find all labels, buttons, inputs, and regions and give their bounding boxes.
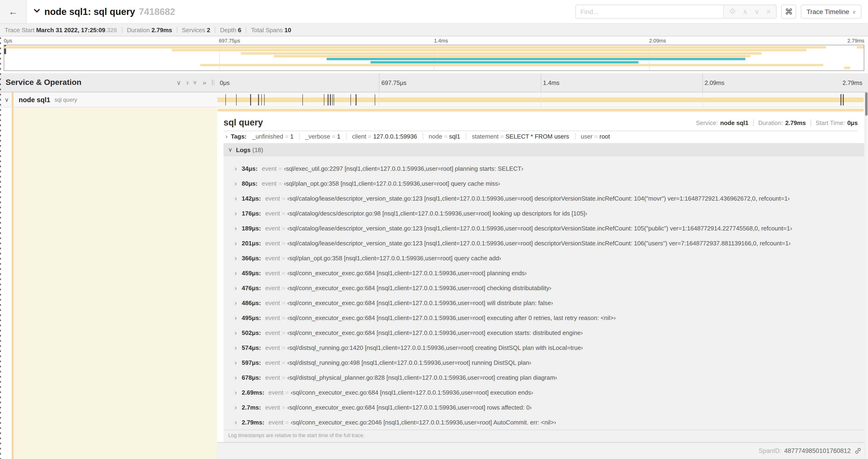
log-row[interactable]: ›495μs:event=‹sql/conn_executor_exec.go:…	[223, 310, 864, 325]
log-row[interactable]: ›80μs:event=‹sql/plan_opt.go:358 [nsql1,…	[223, 176, 864, 191]
log-event-tick	[843, 94, 844, 105]
expand-all-icon[interactable]: »	[203, 79, 206, 86]
log-expand-icon[interactable]: ›	[235, 269, 242, 276]
log-row[interactable]: ›366μs:event=‹sql/plan_opt.go:358 [nsql1…	[223, 251, 864, 265]
log-row[interactable]: ›189μs:event=‹sql/catalog/lease/descript…	[223, 221, 864, 236]
deep-link-icon[interactable]	[855, 447, 862, 454]
log-expand-icon[interactable]: ›	[235, 374, 242, 381]
log-expand-icon[interactable]: ›	[235, 210, 242, 217]
top-bar: ← node sql1: sql query 7418682 ∧ ∨ × ⌘	[0, 0, 868, 23]
log-row[interactable]: ›176μs:event=‹sql/catalog/descs/descript…	[223, 206, 864, 221]
log-expand-icon[interactable]: ›	[235, 225, 242, 232]
prev-result-icon[interactable]: ∧	[743, 8, 748, 15]
minimap-canvas[interactable]	[4, 45, 864, 71]
log-row[interactable]: ›459μs:event=‹sql/conn_executor_exec.go:…	[223, 265, 864, 280]
expand-one-icon[interactable]: ›	[186, 78, 189, 87]
keyboard-shortcuts-button[interactable]: ⌘	[781, 5, 796, 19]
meta-separator	[753, 120, 754, 126]
vertical-scrollbar[interactable]	[865, 92, 868, 459]
log-expand-icon[interactable]: ›	[235, 180, 242, 187]
tag-item[interactable]: statement = SELECT * FROM users	[472, 133, 575, 140]
log-row[interactable]: ›201μs:event=‹sql/catalog/lease/descript…	[223, 236, 864, 251]
log-expand-icon[interactable]: ›	[235, 359, 242, 366]
log-field-value: ‹sql/distsql_running.go:498 [nsql1,clien…	[287, 359, 531, 366]
log-event-tick	[250, 94, 251, 105]
log-expand-icon[interactable]: ›	[235, 344, 242, 351]
span-row-name-column[interactable]: ∨ node sql1 sql query	[0, 92, 217, 107]
span-row[interactable]: ∨ node sql1 sql query	[0, 92, 868, 107]
collapse-all-icon[interactable]: »	[192, 81, 199, 85]
tag-item[interactable]: node = sql1	[429, 133, 466, 140]
next-result-icon[interactable]: ∨	[754, 8, 760, 15]
axis-tick-label: 2.79ms	[843, 79, 862, 86]
collapse-one-icon[interactable]: ∨	[177, 79, 181, 86]
span-detail-panel: sql query Service:node sql1Duration:2.79…	[217, 114, 864, 443]
minimap-time-label: 697.75μs	[219, 38, 240, 43]
log-timestamp: 201μs:	[242, 239, 261, 247]
log-expand-icon[interactable]: ›	[235, 419, 242, 426]
column-resizer-grip[interactable]	[212, 80, 214, 85]
log-row[interactable]: ›574μs:event=‹sql/distsql_running.go:142…	[223, 340, 864, 355]
scrollbar-thumb[interactable]	[865, 92, 868, 116]
logs-collapse-icon[interactable]: ∨	[228, 146, 232, 153]
log-row[interactable]: ›2.79ms:event=‹sql/conn_executor_exec.go…	[223, 415, 864, 430]
view-selector-button[interactable]: Trace Timeline ∨	[801, 5, 862, 19]
logs-header[interactable]: ∨ Logs (18)	[223, 143, 864, 156]
log-field-name: event	[265, 404, 280, 411]
log-timestamp: 502μs:	[242, 329, 261, 336]
log-field-value: ‹sql/plan_opt.go:358 [nsql1,client=127.0…	[287, 255, 501, 261]
log-row[interactable]: ›502μs:event=‹sql/conn_executor_exec.go:…	[223, 325, 864, 340]
log-event-tick	[302, 94, 303, 105]
log-field-name: event	[262, 180, 277, 187]
log-expand-icon[interactable]: ›	[235, 299, 242, 306]
tag-item[interactable]: _verbose = 1	[305, 133, 346, 140]
log-field-name: event	[265, 284, 280, 291]
log-expand-icon[interactable]: ›	[235, 195, 242, 202]
log-row[interactable]: ›2.69ms:event=‹sql/conn_executor_exec.go…	[223, 385, 864, 400]
span-id-bar: SpanID: 4877749850101760812	[217, 443, 868, 459]
log-row[interactable]: ›678μs:event=‹sql/distsql_physical_plann…	[223, 370, 864, 385]
log-row[interactable]: ›142μs:event=‹sql/catalog/lease/descript…	[223, 191, 864, 206]
span-id-value: 4877749850101760812	[784, 447, 851, 454]
back-button[interactable]: ←	[0, 0, 27, 23]
log-row[interactable]: ›34μs:event=‹sql/exec_util.go:2297 [nsql…	[223, 161, 864, 176]
tags-row[interactable]: › Tags: _unfinished = 1_verbose = 1clien…	[217, 131, 864, 141]
log-expand-icon[interactable]: ›	[235, 389, 242, 396]
log-expand-icon[interactable]: ›	[235, 284, 242, 291]
tags-expand-icon[interactable]: ›	[225, 132, 227, 140]
tag-item[interactable]: _unfinished = 1	[252, 133, 300, 140]
tag-item[interactable]: user = root	[581, 133, 616, 140]
find-input[interactable]	[576, 5, 723, 18]
minimap-time-labels: 0μs697.75μs1.4ms2.09ms2.79ms	[4, 38, 864, 45]
detail-span-strip-row	[217, 107, 864, 114]
left-edge-resizer[interactable]	[0, 37, 1, 459]
log-expand-icon[interactable]: ›	[235, 239, 242, 247]
minimap-time-label: 2.09ms	[649, 38, 666, 43]
log-field-name: event	[265, 210, 280, 217]
log-field-name: event	[269, 419, 283, 426]
minimap-span-bar	[200, 64, 824, 66]
log-row[interactable]: ›486μs:event=‹sql/conn_executor_exec.go:…	[223, 295, 864, 310]
log-expand-icon[interactable]: ›	[235, 404, 242, 411]
log-field-name: event	[265, 299, 280, 306]
log-row[interactable]: ›2.7ms:event=‹sql/conn_executor_exec.go:…	[223, 400, 864, 415]
locate-icon[interactable]	[729, 8, 736, 15]
log-expand-icon[interactable]: ›	[235, 165, 242, 172]
service-operation-title: Service & Operation	[6, 78, 82, 87]
span-operation-name: sql query	[54, 96, 77, 103]
span-row-timeline[interactable]	[217, 92, 868, 107]
clear-search-icon[interactable]: ×	[766, 8, 771, 15]
log-row[interactable]: ›476μs:event=‹sql/conn_executor_exec.go:…	[223, 280, 864, 295]
log-expand-icon[interactable]: ›	[235, 314, 242, 321]
minimap-span-bar	[857, 46, 864, 48]
span-detail-area: sql query Service:node sql1Duration:2.79…	[0, 107, 868, 459]
span-collapse-icon[interactable]: ∨	[5, 96, 11, 103]
log-event-tick	[334, 94, 334, 105]
log-row[interactable]: ›597μs:event=‹sql/distsql_running.go:498…	[223, 355, 864, 370]
collapse-chevron-icon[interactable]	[33, 7, 40, 16]
log-event-tick	[328, 94, 329, 105]
log-expand-icon[interactable]: ›	[235, 255, 242, 261]
span-color-guideline	[11, 107, 13, 459]
tag-item[interactable]: client = 127.0.0.1:59936	[352, 133, 423, 140]
log-expand-icon[interactable]: ›	[235, 329, 242, 336]
